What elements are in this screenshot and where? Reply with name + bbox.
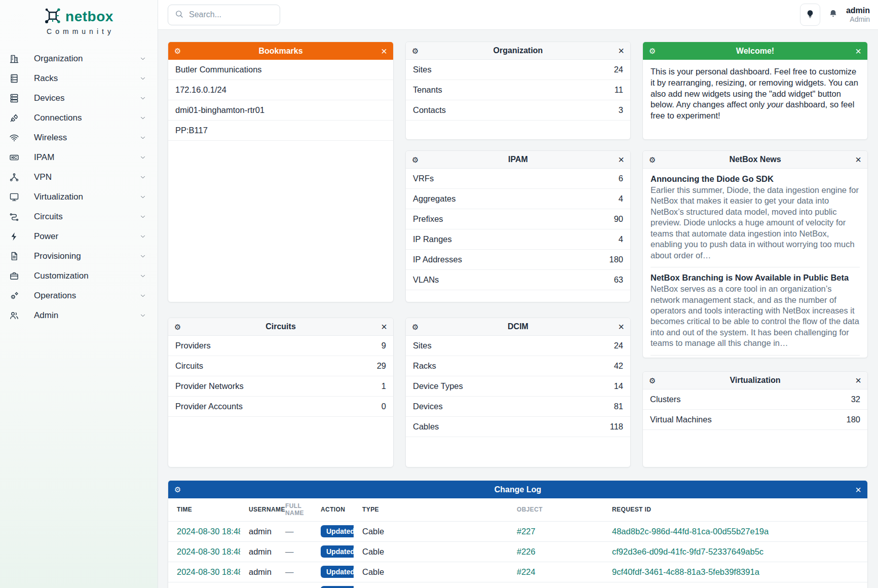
- stat-value: 42: [614, 361, 623, 371]
- stat-value: 32: [851, 395, 860, 404]
- netbox-logo-icon: [44, 7, 61, 26]
- logo-block[interactable]: netbox Community: [0, 0, 158, 41]
- column-header-request-id[interactable]: REQUEST ID: [603, 498, 867, 521]
- changelog-request-id-link[interactable]: 48ad8b2c-986d-44fd-81ca-00d55b27e19a: [603, 521, 867, 541]
- sidebar-item-provisioning[interactable]: Provisioning: [0, 246, 158, 266]
- column-header-action[interactable]: ACTION: [312, 498, 354, 521]
- search-input[interactable]: [189, 10, 273, 19]
- stat-row[interactable]: Contacts3: [406, 100, 630, 121]
- stat-row[interactable]: Provider Networks1: [168, 376, 393, 397]
- widget-config-gear-icon[interactable]: ⚙: [412, 47, 418, 55]
- widget-config-gear-icon[interactable]: ⚙: [174, 47, 181, 55]
- news-article-title[interactable]: NetBox Branching is Now Available in Pub…: [651, 273, 860, 283]
- chevron-down-icon: [139, 174, 146, 181]
- sidebar-item-ipam[interactable]: IPAM: [0, 147, 158, 167]
- stat-value: 180: [846, 415, 860, 424]
- widget-config-gear-icon[interactable]: ⚙: [649, 156, 656, 164]
- stat-label: Sites: [413, 341, 432, 350]
- widget-close-icon[interactable]: ×: [618, 46, 624, 56]
- bookmark-item[interactable]: PP:B117: [168, 121, 393, 141]
- widget-close-icon[interactable]: ×: [618, 322, 624, 332]
- widget-config-gear-icon[interactable]: ⚙: [649, 47, 656, 55]
- sidebar-item-admin[interactable]: Admin: [0, 305, 158, 325]
- sidebar-item-operations[interactable]: Operations: [0, 286, 158, 305]
- changelog-request-id-link[interactable]: cf92d3e6-d09d-41fc-9fd7-52337649ab5c: [603, 541, 867, 562]
- stat-row[interactable]: Tenants11: [406, 80, 630, 100]
- user-name: admin: [846, 6, 870, 15]
- stat-row[interactable]: Device Types14: [406, 376, 630, 397]
- widget-close-icon[interactable]: ×: [855, 485, 861, 495]
- stat-value: 90: [614, 214, 623, 224]
- sidebar-item-virtualization[interactable]: Virtualization: [0, 187, 158, 207]
- column-header-object[interactable]: OBJECT: [508, 498, 603, 521]
- changelog-full-name: —: [277, 521, 312, 541]
- welcome-text: This is your personal dashboard. Feel fr…: [643, 60, 867, 128]
- widget-config-gear-icon[interactable]: ⚙: [174, 323, 181, 331]
- news-article-title[interactable]: Announcing the Diode Go SDK: [651, 174, 860, 184]
- bookmark-item[interactable]: dmi01-binghamton-rtr01: [168, 100, 393, 121]
- stat-row[interactable]: Provider Accounts0: [168, 397, 393, 417]
- stat-row[interactable]: Devices81: [406, 397, 630, 417]
- sidebar-item-wireless[interactable]: Wireless: [0, 128, 158, 147]
- stat-row[interactable]: VRFs6: [406, 169, 630, 189]
- search-box[interactable]: [168, 5, 280, 25]
- changelog-object-link[interactable]: #224: [508, 582, 603, 588]
- widget-close-icon[interactable]: ×: [855, 46, 861, 56]
- virtualization-icon: [9, 192, 19, 202]
- stat-row[interactable]: VLANs63: [406, 270, 630, 290]
- column-header-username[interactable]: USERNAME: [240, 498, 277, 521]
- stat-row[interactable]: Aggregates4: [406, 189, 630, 209]
- sidebar-item-power[interactable]: Power: [0, 226, 158, 246]
- bookmark-item[interactable]: 172.16.0.1/24: [168, 80, 393, 100]
- changelog-time-link[interactable]: 2024-08-30 18:48: [168, 521, 240, 541]
- widget-close-icon[interactable]: ×: [381, 46, 387, 56]
- sidebar-item-vpn[interactable]: VPN: [0, 167, 158, 187]
- sidebar-item-label: Provisioning: [34, 251, 81, 261]
- changelog-time-link[interactable]: 2024-08-30 18:48: [168, 562, 240, 582]
- stat-row[interactable]: Circuits29: [168, 356, 393, 376]
- sidebar-item-racks[interactable]: Racks: [0, 68, 158, 88]
- widget-close-icon[interactable]: ×: [618, 154, 624, 165]
- column-header-type[interactable]: TYPE: [354, 498, 508, 521]
- stat-row[interactable]: IP Ranges4: [406, 229, 630, 250]
- stat-row[interactable]: Virtual Machines180: [643, 410, 867, 430]
- column-header-time[interactable]: TIME: [168, 498, 240, 521]
- sidebar-item-circuits[interactable]: Circuits: [0, 207, 158, 226]
- stat-row[interactable]: Sites24: [406, 336, 630, 356]
- widget-config-gear-icon[interactable]: ⚙: [412, 156, 418, 164]
- theme-toggle-button[interactable]: [800, 4, 820, 26]
- widget-config-gear-icon[interactable]: ⚙: [174, 486, 181, 493]
- changelog-object-link[interactable]: #226: [508, 541, 603, 562]
- widget-config-gear-icon[interactable]: ⚙: [649, 377, 656, 384]
- stat-label: IP Ranges: [413, 234, 452, 244]
- chevron-down-icon: [139, 272, 146, 280]
- widget-close-icon[interactable]: ×: [855, 154, 861, 165]
- stat-row[interactable]: Providers9: [168, 336, 393, 356]
- sidebar-item-connections[interactable]: Connections: [0, 108, 158, 128]
- stat-row[interactable]: Racks42: [406, 356, 630, 376]
- changelog-action: Updated: [312, 541, 354, 562]
- bookmark-item[interactable]: Butler Communications: [168, 60, 393, 80]
- sidebar-item-organization[interactable]: Organization: [0, 49, 158, 68]
- stat-value: 14: [614, 381, 623, 391]
- changelog-time-link[interactable]: 2024-08-30 18:47: [168, 582, 240, 588]
- widget-config-gear-icon[interactable]: ⚙: [412, 323, 418, 331]
- sidebar-item-devices[interactable]: Devices: [0, 88, 158, 108]
- changelog-type: Cable: [354, 582, 508, 588]
- power-icon: [9, 231, 19, 242]
- stat-row[interactable]: Clusters32: [643, 389, 867, 410]
- user-menu[interactable]: admin Admin: [846, 6, 870, 24]
- widget-close-icon[interactable]: ×: [855, 375, 861, 385]
- changelog-request-id-link[interactable]: 7a3c4c3c-cce9-47f2-90f6-f89301c997c3: [603, 582, 867, 588]
- sidebar-item-customization[interactable]: Customization: [0, 266, 158, 286]
- widget-close-icon[interactable]: ×: [381, 322, 387, 332]
- changelog-request-id-link[interactable]: 9cf40fdf-3461-4c88-81a3-5feb39f8391a: [603, 562, 867, 582]
- changelog-object-link[interactable]: #227: [508, 521, 603, 541]
- notifications-button[interactable]: [828, 9, 838, 21]
- stat-row[interactable]: Sites24: [406, 60, 630, 80]
- changelog-object-link[interactable]: #224: [508, 562, 603, 582]
- changelog-time-link[interactable]: 2024-08-30 18:48: [168, 541, 240, 562]
- stat-row[interactable]: Prefixes90: [406, 209, 630, 229]
- stat-row[interactable]: Cables118: [406, 417, 630, 437]
- stat-row[interactable]: IP Addresses180: [406, 250, 630, 270]
